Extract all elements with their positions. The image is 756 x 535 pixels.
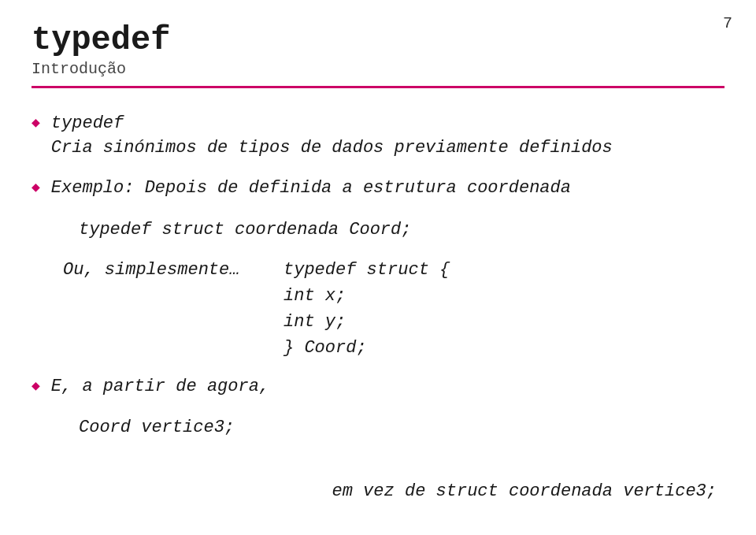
bullet-diamond-3: ◆ — [32, 377, 40, 394]
bullet-item-apartir: ◆ E, a partir de agora, — [32, 375, 724, 399]
ou-simplesmente-text: Ou, simplesmente… — [63, 257, 284, 283]
code-right-line-1: typedef struct { — [284, 257, 724, 283]
bullet-item-typedef: ◆ typedef Cria sinónimos de tipos de dad… — [32, 112, 724, 161]
code-right-line-4: } Coord; — [284, 335, 724, 361]
slide-subtitle: Introdução — [32, 60, 724, 78]
col-right: typedef struct { int x; int y; } Coord; — [284, 257, 724, 361]
slide-content: ◆ typedef Cria sinónimos de tipos de dad… — [0, 88, 756, 470]
typedef-description: Cria sinónimos de tipos de dados previam… — [51, 136, 613, 161]
code-coord-vertice3: Coord vertice3; — [79, 414, 724, 440]
bullet-diamond-2: ◆ — [32, 178, 40, 195]
exemplo-line: Exemplo: Depois de definida a estrutura … — [51, 176, 571, 201]
page-number: 7 — [723, 14, 732, 32]
bullet-item-exemplo: ◆ Exemplo: Depois de definida a estrutur… — [32, 176, 724, 201]
code-section-2: Coord vertice3; — [79, 414, 724, 440]
code-right-line-3: int y; — [284, 309, 724, 335]
bullet-text-exemplo: Exemplo: Depois de definida a estrutura … — [51, 176, 571, 201]
slide-title: typedef — [32, 22, 724, 58]
bottom-em-vez-de: em vez de struct coordenada vertice3; — [32, 478, 724, 504]
two-col-section: Ou, simplesmente… typedef struct { int x… — [63, 257, 724, 361]
bullet-text-typedef: typedef Cria sinónimos de tipos de dados… — [51, 112, 613, 161]
slide-container: 7 typedef Introdução ◆ typedef Cria sinó… — [0, 0, 756, 535]
header: typedef Introdução — [0, 0, 756, 78]
code-right-line-2: int x; — [284, 283, 724, 309]
typedef-label: typedef — [51, 112, 613, 136]
code-typedef-struct: typedef struct coordenada Coord; — [79, 217, 724, 243]
code-section-1: typedef struct coordenada Coord; — [79, 217, 724, 243]
bottom-section: em vez de struct coordenada vertice3; — [0, 478, 756, 504]
col-left: Ou, simplesmente… — [63, 257, 284, 283]
bullet-diamond-1: ◆ — [32, 113, 40, 131]
bullet-text-apartir: E, a partir de agora, — [51, 375, 269, 399]
